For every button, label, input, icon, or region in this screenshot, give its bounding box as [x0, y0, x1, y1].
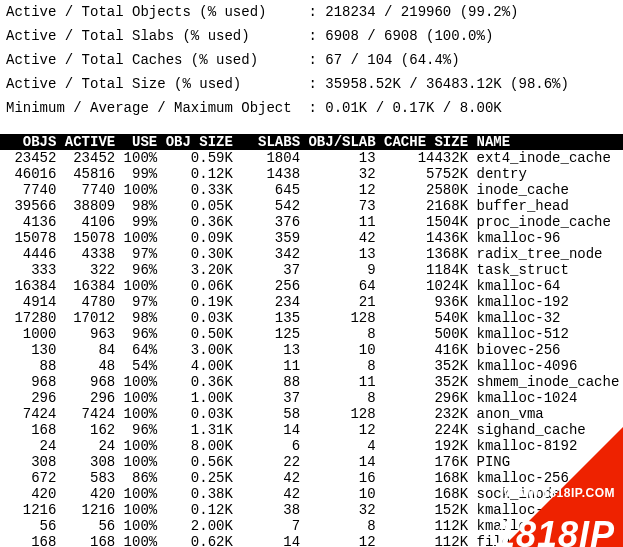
table-row: 420 420 100% 0.38K 42 10 168K sock_inode… — [0, 486, 623, 502]
table-row: 4136 4106 99% 0.36K 376 11 1504K proc_in… — [0, 214, 623, 230]
table-row: 17280 17012 98% 0.03K 135 128 540K kmall… — [0, 310, 623, 326]
table-row: 333 322 96% 3.20K 37 9 1184K task_struct — [0, 262, 623, 278]
table-row: 39566 38809 98% 0.05K 542 73 2168K buffe… — [0, 198, 623, 214]
table-row: 46016 45816 99% 0.12K 1438 32 5752K dent… — [0, 166, 623, 182]
summary-line: Active / Total Size (% used) : 35958.52K… — [0, 72, 623, 96]
table-header: OBJS ACTIVE USE OBJ SIZE SLABS OBJ/SLAB … — [0, 134, 623, 150]
table-row: 308 308 100% 0.56K 22 14 176K PING — [0, 454, 623, 470]
table-row: 24 24 100% 8.00K 6 4 192K kmalloc-8192 — [0, 438, 623, 454]
table-row: 7740 7740 100% 0.33K 645 12 2580K inode_… — [0, 182, 623, 198]
table-body: 23452 23452 100% 0.59K 1804 13 14432K ex… — [0, 150, 623, 547]
table-row: 4446 4338 97% 0.30K 342 13 1368K radix_t… — [0, 246, 623, 262]
table-row: 968 968 100% 0.36K 88 11 352K shmem_inod… — [0, 374, 623, 390]
table-row: 168 168 100% 0.62K 14 12 112K files_cach… — [0, 534, 623, 547]
table-row: 23452 23452 100% 0.59K 1804 13 14432K ex… — [0, 150, 623, 166]
table-row: 4914 4780 97% 0.19K 234 21 936K kmalloc-… — [0, 294, 623, 310]
table-row: 7424 7424 100% 0.03K 58 128 232K anon_vm… — [0, 406, 623, 422]
table-row: 88 48 54% 4.00K 11 8 352K kmalloc-4096 — [0, 358, 623, 374]
table-row: 672 583 86% 0.25K 42 16 168K kmalloc-256 — [0, 470, 623, 486]
table-row: 16384 16384 100% 0.06K 256 64 1024K kmal… — [0, 278, 623, 294]
table-row: 1000 963 96% 0.50K 125 8 500K kmalloc-51… — [0, 326, 623, 342]
summary-line: Active / Total Objects (% used) : 218234… — [0, 0, 623, 24]
summary-line: Active / Total Slabs (% used) : 6908 / 6… — [0, 24, 623, 48]
summary-block: Active / Total Objects (% used) : 218234… — [0, 0, 623, 120]
summary-line: Active / Total Caches (% used) : 67 / 10… — [0, 48, 623, 72]
table-row: 1216 1216 100% 0.12K 38 32 152K kmalloc-… — [0, 502, 623, 518]
table-row: 130 84 64% 3.00K 13 10 416K biovec-256 — [0, 342, 623, 358]
summary-line: Minimum / Average / Maximum Object : 0.0… — [0, 96, 623, 120]
table-row: 56 56 100% 2.00K 7 8 112K kmalloc-2048 — [0, 518, 623, 534]
table-row: 15078 15078 100% 0.09K 359 42 1436K kmal… — [0, 230, 623, 246]
table-row: 296 296 100% 1.00K 37 8 296K kmalloc-102… — [0, 390, 623, 406]
table-row: 168 162 96% 1.31K 14 12 224K sighand_cac… — [0, 422, 623, 438]
